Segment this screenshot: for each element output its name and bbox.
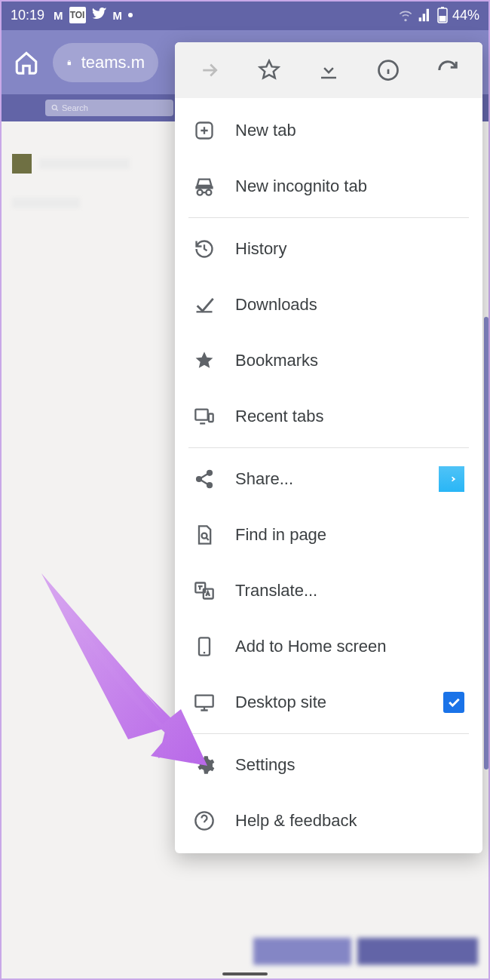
battery-percent: 44% (452, 8, 479, 23)
plus-square-icon (193, 120, 216, 141)
menu-item-incognito[interactable]: New incognito tab (175, 158, 482, 214)
svg-rect-7 (209, 414, 213, 422)
help-icon (193, 810, 216, 831)
url-text: teams.m (81, 53, 145, 72)
search-icon (51, 104, 59, 112)
menu-item-share[interactable]: Share... (175, 451, 482, 507)
menu-item-translate[interactable]: Translate... (175, 563, 482, 619)
check-icon (193, 294, 216, 315)
menu-label: Add to Home screen (235, 637, 464, 656)
menu-label: History (235, 239, 464, 259)
svg-rect-2 (439, 16, 446, 22)
menu-label: Help & feedback (235, 811, 464, 831)
menu-label: Find in page (235, 525, 464, 545)
scrollbar[interactable] (484, 317, 488, 770)
menu-item-help[interactable]: Help & feedback (175, 793, 482, 849)
teams-search-box[interactable]: Search (45, 100, 173, 116)
menu-label: Desktop site (235, 693, 424, 712)
status-bar: 10:19 M TOI M 44% (0, 0, 490, 30)
m-icon: M (54, 9, 63, 22)
home-indicator[interactable] (222, 972, 268, 975)
avatar (12, 154, 32, 174)
toi-icon: TOI (69, 7, 86, 23)
menu-label: Share... (235, 469, 419, 489)
forward-button[interactable] (191, 52, 228, 88)
download-button[interactable] (311, 52, 347, 88)
menu-divider (188, 733, 469, 734)
menu-label: Translate... (235, 581, 464, 601)
url-bar[interactable]: teams.m (53, 43, 158, 82)
menu-label: New tab (235, 121, 464, 140)
find-in-page-icon (193, 524, 216, 545)
history-icon (193, 238, 216, 260)
svg-rect-6 (195, 410, 207, 420)
menu-label: Bookmarks (235, 351, 464, 370)
status-app-icons: M TOI M (54, 7, 133, 23)
translate-icon (193, 580, 216, 601)
menu-label: New incognito tab (235, 177, 464, 196)
bookmark-button[interactable] (251, 52, 287, 88)
svg-point-3 (52, 105, 57, 109)
menu-item-settings[interactable]: Settings (175, 737, 482, 793)
menu-item-history[interactable]: History (175, 221, 482, 277)
menu-divider (188, 217, 469, 218)
desktop-site-checkbox[interactable] (443, 692, 464, 713)
status-time: 10:19 (11, 8, 44, 23)
menu-item-new-tab[interactable]: New tab (175, 103, 482, 158)
menu-divider (188, 447, 469, 448)
signal-icon (418, 8, 433, 23)
incognito-icon (193, 176, 216, 197)
menu-item-bookmarks[interactable]: Bookmarks (175, 333, 482, 389)
menu-item-find[interactable]: Find in page (175, 507, 482, 563)
phone-icon (193, 636, 216, 657)
gear-icon (193, 754, 216, 776)
gmail-icon: M (113, 9, 123, 22)
menu-item-recent-tabs[interactable]: Recent tabs (175, 389, 482, 444)
menu-item-desktop-site[interactable]: Desktop site (175, 674, 482, 730)
lock-icon (66, 55, 72, 70)
chrome-overflow-menu: New tab New incognito tab History Downlo… (175, 42, 482, 853)
home-button[interactable] (14, 50, 39, 75)
menu-label: Recent tabs (235, 407, 464, 426)
info-button[interactable] (370, 52, 406, 88)
menu-label: Downloads (235, 295, 464, 315)
menu-label: Settings (235, 755, 464, 775)
share-icon (193, 468, 216, 490)
teams-search-placeholder: Search (62, 103, 88, 112)
more-notifications-dot (128, 13, 133, 17)
devices-icon (193, 406, 216, 427)
reload-button[interactable] (430, 52, 466, 88)
share-target-icon (439, 466, 464, 492)
svg-rect-15 (195, 696, 213, 707)
svg-rect-1 (441, 7, 444, 8)
menu-item-add-home[interactable]: Add to Home screen (175, 619, 482, 674)
wifi-icon (398, 8, 413, 23)
star-icon (193, 350, 216, 371)
desktop-icon (193, 692, 216, 713)
twitter-icon (92, 8, 107, 23)
battery-icon (437, 7, 448, 23)
menu-item-downloads[interactable]: Downloads (175, 277, 482, 333)
